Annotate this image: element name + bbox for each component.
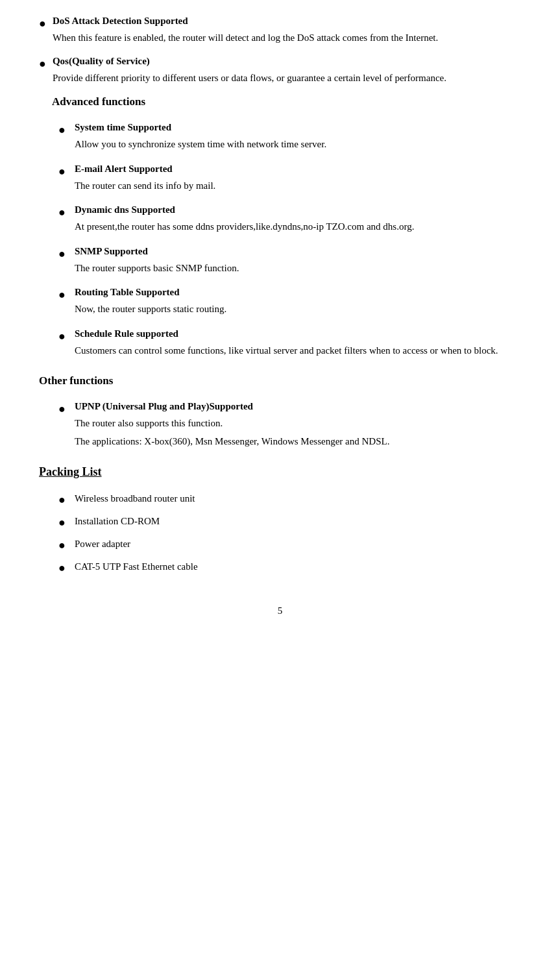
advanced-functions-heading: Advanced functions [52,93,521,110]
schedule-rule-dot: ● [58,327,66,346]
upnp-section: ● UPNP (Universal Plug and Play)Supporte… [58,398,521,450]
packing-item-3: ● Power adapter [58,536,521,555]
upnp-description1: The router also supports this function. [75,415,521,432]
system-time-section: ● System time Supported Allow you to syn… [58,119,521,153]
qos-description: Provide different priority to different … [53,70,521,87]
email-alert-section: ● E-mail Alert Supported The router can … [58,161,521,195]
system-time-description: Allow you to synchronize system time wit… [75,136,521,153]
snmp-section: ● SNMP Supported The router supports bas… [58,243,521,277]
routing-table-description: Now, the router supports static routing. [75,301,521,318]
qos-section: ● Qos(Quality of Service) Provide differ… [39,53,521,87]
qos-bullet-dot: ● [39,55,46,73]
schedule-rule-description: Customers can control some functions, li… [75,343,521,360]
dos-bullet-item: ● DoS Attack Detection Supported When th… [39,13,521,47]
other-functions-heading: Other functions [39,372,521,389]
snmp-dot: ● [58,245,66,263]
schedule-rule-title: Schedule Rule supported [75,328,178,339]
email-alert-bullet: ● E-mail Alert Supported The router can … [58,161,521,195]
upnp-description2: The applications: X-box(360), Msn Messen… [75,433,521,450]
packing-dot-4: ● [58,559,66,578]
email-alert-content: E-mail Alert Supported The router can se… [75,161,521,195]
dos-title: DoS Attack Detection Supported [53,16,188,26]
snmp-title: SNMP Supported [75,246,148,256]
snmp-description: The router supports basic SNMP function. [75,260,521,277]
qos-bullet-content: Qos(Quality of Service) Provide differen… [53,53,521,87]
packing-item-1: ● Wireless broadband router unit [58,491,521,509]
schedule-rule-section: ● Schedule Rule supported Customers can … [58,326,521,360]
system-time-title: System time Supported [75,122,171,132]
dos-section: ● DoS Attack Detection Supported When th… [39,13,521,47]
upnp-bullet: ● UPNP (Universal Plug and Play)Supporte… [58,398,521,450]
packing-item-label-1: Wireless broadband router unit [75,491,195,506]
dos-bullet-dot: ● [39,14,46,33]
packing-item-label-2: Installation CD-ROM [75,513,160,529]
upnp-title: UPNP (Universal Plug and Play)Supported [75,401,253,411]
packing-dot-1: ● [58,491,66,509]
routing-table-section: ● Routing Table Supported Now, the route… [58,284,521,318]
dynamic-dns-section: ● Dynamic dns Supported At present,the r… [58,202,521,236]
qos-title: Qos(Quality of Service) [53,56,150,66]
dos-bullet-content: DoS Attack Detection Supported When this… [53,13,521,47]
dynamic-dns-content: Dynamic dns Supported At present,the rou… [75,202,521,236]
packing-dot-2: ● [58,513,66,532]
upnp-content: UPNP (Universal Plug and Play)Supported … [75,398,521,450]
schedule-rule-bullet: ● Schedule Rule supported Customers can … [58,326,521,360]
dynamic-dns-description: At present,the router has some ddns prov… [75,219,521,236]
packing-item-label-4: CAT-5 UTP Fast Ethernet cable [75,559,198,574]
system-time-dot: ● [58,121,66,140]
email-alert-title: E-mail Alert Supported [75,164,173,174]
dynamic-dns-dot: ● [58,203,66,222]
schedule-rule-content: Schedule Rule supported Customers can co… [75,326,521,360]
packing-item-4: ● CAT-5 UTP Fast Ethernet cable [58,559,521,578]
dos-description: When this feature is enabled, the router… [53,30,521,47]
routing-table-bullet: ● Routing Table Supported Now, the route… [58,284,521,318]
routing-table-dot: ● [58,286,66,304]
packing-item-label-3: Power adapter [75,536,130,552]
snmp-content: SNMP Supported The router supports basic… [75,243,521,277]
packing-item-2: ● Installation CD-ROM [58,513,521,532]
email-alert-dot: ● [58,162,66,181]
email-alert-description: The router can send its info by mail. [75,178,521,195]
system-time-content: System time Supported Allow you to synch… [75,119,521,153]
routing-table-content: Routing Table Supported Now, the router … [75,284,521,318]
packing-dot-3: ● [58,536,66,555]
system-time-bullet: ● System time Supported Allow you to syn… [58,119,521,153]
packing-list-section: ● Wireless broadband router unit ● Insta… [58,491,521,577]
dynamic-dns-bullet: ● Dynamic dns Supported At present,the r… [58,202,521,236]
routing-table-title: Routing Table Supported [75,287,180,297]
qos-bullet-item: ● Qos(Quality of Service) Provide differ… [39,53,521,87]
upnp-dot: ● [58,400,66,419]
page-number: 5 [39,603,521,618]
packing-list-heading: Packing List [39,463,521,481]
dynamic-dns-title: Dynamic dns Supported [75,204,175,215]
snmp-bullet: ● SNMP Supported The router supports bas… [58,243,521,277]
